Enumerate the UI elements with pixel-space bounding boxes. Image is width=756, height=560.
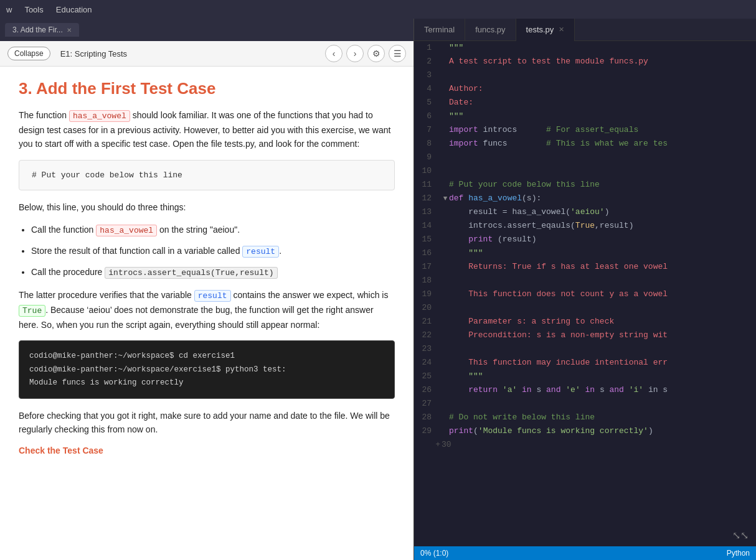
status-language: Python	[727, 549, 750, 558]
next-button[interactable]: ›	[346, 45, 364, 62]
tab-tests[interactable]: tests.py ✕	[516, 19, 575, 41]
code-line-10: 10	[414, 164, 756, 178]
code-line-3: 3	[414, 68, 756, 82]
module-title: E1: Scripting Tests	[60, 49, 320, 58]
line-content-29: print('Module funcs is working correctly…	[449, 424, 756, 438]
code-assert-equals: introcs.assert_equals(True,result)	[105, 267, 277, 279]
line-num-17: 17	[414, 260, 442, 274]
code-line-23: 23	[414, 342, 756, 356]
code-line-2: 2 A test script to test the module funcs…	[414, 55, 756, 68]
code-true: True	[19, 305, 45, 317]
tab-terminal[interactable]: Terminal	[414, 19, 465, 41]
code-line-19: 19 This function does not count y as a v…	[414, 287, 756, 301]
collapse-button[interactable]: Collapse	[7, 47, 50, 60]
code-line-6: 6 """	[414, 110, 756, 123]
line-num-24: 24	[414, 356, 442, 370]
left-tab-lesson[interactable]: 3. Add the Fir... ✕	[5, 23, 79, 37]
line-content-12: def has_a_vowel(s):	[449, 192, 756, 205]
line-num-15: 15	[414, 233, 442, 246]
line-num-25: 25	[414, 370, 442, 383]
line-num-23: 23	[414, 342, 442, 356]
prev-button[interactable]: ‹	[325, 45, 343, 62]
line-num-11: 11	[414, 178, 442, 192]
code-line-8: 8 import funcs # This is what we are tes	[414, 137, 756, 151]
code-line-25: 25 """	[414, 370, 756, 383]
paragraph-4: Before checking that you got it right, m…	[19, 409, 395, 437]
code-result-1: result	[242, 246, 279, 258]
paragraph-1: The function has_a_vowel should look fam…	[19, 108, 395, 151]
line-num-3: 3	[414, 68, 442, 82]
toolbar-icons: ‹ › ⚙ ☰	[325, 45, 406, 62]
line-num-30: +	[414, 438, 442, 452]
right-tab-bar: Terminal funcs.py tests.py ✕	[414, 19, 756, 41]
line-content-1: """	[449, 41, 756, 55]
line-content-16: """	[449, 246, 756, 260]
line-num-19: 19	[414, 287, 442, 301]
main-layout: 3. Add the Fir... ✕ Collapse E1: Scripti…	[0, 19, 756, 560]
menu-bar: w Tools Education	[0, 0, 756, 19]
line-num-26: 26	[414, 383, 442, 397]
code-line-18: 18	[414, 274, 756, 287]
line-content-2: A test script to test the module funcs.p…	[449, 55, 756, 68]
list-button[interactable]: ☰	[389, 45, 406, 62]
line-content-6: """	[449, 110, 756, 123]
code-line-28: 28 # Do not write below this line	[414, 411, 756, 424]
code-line-26: 26 return 'a' in s and 'e' in s and 'i' …	[414, 383, 756, 397]
expand-area: ⤡⤡	[414, 525, 756, 546]
line-num-16: 16	[414, 246, 442, 260]
left-tab-label: 3. Add the Fir...	[12, 26, 63, 34]
bullet-item-3: Call the procedure introcs.assert_equals…	[31, 265, 395, 280]
terminal-line-1: codio@mike-panther:~/workspace$ cd exerc…	[29, 350, 384, 363]
menu-w[interactable]: w	[6, 5, 12, 14]
bullet-list: Call the function has_a_vowel on the str…	[31, 223, 395, 279]
lesson-title: 3. Add the First Test Case	[19, 79, 395, 98]
line-num-27: 27	[414, 397, 442, 411]
line-content-14: introcs.assert_eqauls(True,result)	[449, 219, 756, 233]
line-num-12: 12	[414, 192, 442, 205]
tab-funcs[interactable]: funcs.py	[465, 19, 516, 41]
code-has-a-vowel-1: has_a_vowel	[69, 110, 130, 122]
status-position: 0% (1:0)	[420, 549, 448, 558]
line-num-20: 20	[414, 301, 442, 315]
code-line-7: 7 import introcs # For assert_equals	[414, 123, 756, 137]
expand-icon[interactable]: ⤡⤡	[730, 527, 751, 544]
settings-button[interactable]: ⚙	[367, 45, 385, 62]
line-content-21: Parameter s: a string to check	[449, 315, 756, 329]
code-line-13: 13 result = has_a_vowel('aeiou')	[414, 205, 756, 219]
line-content-28: # Do not write below this line	[449, 411, 756, 424]
line-num-14: 14	[414, 219, 442, 233]
code-line-20: 20	[414, 301, 756, 315]
code-editor[interactable]: 1 """ 2 A test script to test the module…	[414, 41, 756, 525]
line-content-11: # Put your code below this line	[449, 178, 756, 192]
line-num-29: 29	[414, 424, 442, 438]
line-content-5: Date:	[449, 96, 756, 110]
left-toolbar: Collapse E1: Scripting Tests ‹ › ⚙ ☰	[0, 41, 413, 67]
code-has-a-vowel-2: has_a_vowel	[96, 225, 157, 236]
code-line-5: 5 Date:	[414, 96, 756, 110]
bullet-item-2: Store the result of that function call i…	[31, 244, 395, 259]
left-tab-close[interactable]: ✕	[67, 27, 72, 34]
code-comment-block: # Put your code below this line	[19, 160, 395, 190]
fold-arrow-12[interactable]: ▼	[442, 192, 449, 205]
menu-education[interactable]: Education	[56, 5, 92, 14]
line-content-13: result = has_a_vowel('aeiou')	[449, 205, 756, 219]
code-line-14: 14 introcs.assert_eqauls(True,result)	[414, 219, 756, 233]
line-num-9: 9	[414, 151, 442, 164]
line-num-28: 28	[414, 411, 442, 424]
line-num-1: 1	[414, 41, 442, 55]
line-content-22: Precondition: s is a non-empty string wi…	[449, 329, 756, 342]
menu-tools[interactable]: Tools	[24, 5, 43, 14]
line-content-25: """	[449, 370, 756, 383]
line-plus-30: 30	[442, 438, 456, 452]
code-line-30: + 30	[414, 438, 756, 452]
left-content: 3. Add the First Test Case The function …	[0, 67, 413, 560]
line-num-2: 2	[414, 55, 442, 68]
line-content-17: Returns: True if s has at least one vowe…	[449, 260, 756, 274]
line-num-4: 4	[414, 82, 442, 96]
code-line-12: 12 ▼ def has_a_vowel(s):	[414, 192, 756, 205]
line-content-26: return 'a' in s and 'e' in s and 'i' in …	[449, 383, 756, 397]
tab-tests-close[interactable]: ✕	[559, 26, 564, 34]
code-line-22: 22 Precondition: s is a non-empty string…	[414, 329, 756, 342]
check-test-case-link[interactable]: Check the Test Case	[19, 446, 103, 455]
code-line-29: 29 print('Module funcs is working correc…	[414, 424, 756, 438]
